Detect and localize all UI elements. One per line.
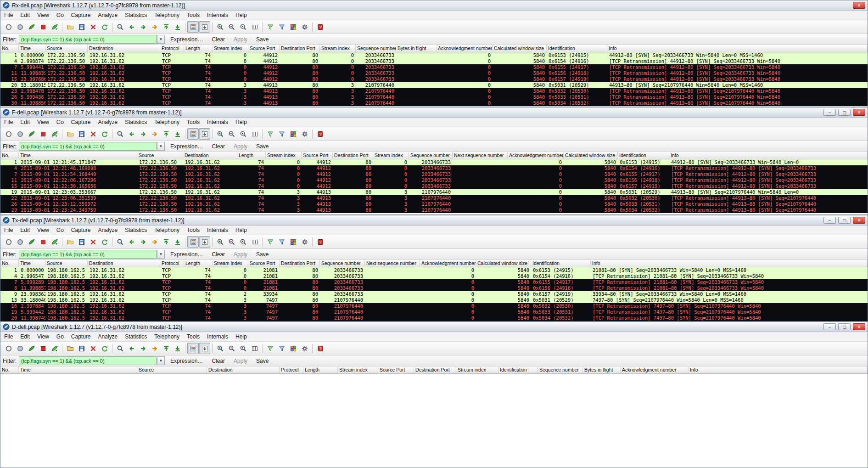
- go-top-icon[interactable]: [160, 236, 172, 248]
- open-file-icon[interactable]: [64, 128, 76, 140]
- column-header-source[interactable]: Source: [137, 152, 183, 159]
- interface-list-icon[interactable]: [3, 343, 14, 354]
- colorize-list-icon[interactable]: [187, 128, 199, 140]
- filter-clear-button[interactable]: Clear: [208, 357, 228, 365]
- packet-row[interactable]: 112015-09-01 12:22:06.167296172.22.136.5…: [0, 177, 868, 183]
- packet-row[interactable]: 192015-09-01 12:23:03.353667172.22.136.5…: [0, 189, 868, 195]
- menu-item-analyze[interactable]: Analyze: [95, 332, 122, 341]
- menu-item-statistics[interactable]: Statistics: [121, 332, 151, 341]
- zoom-in-icon[interactable]: [214, 21, 226, 33]
- capture-stop-icon[interactable]: [37, 128, 49, 140]
- menu-item-tools[interactable]: Tools: [183, 332, 203, 341]
- colorize-list-icon[interactable]: [187, 343, 199, 354]
- filter-save-button[interactable]: Save: [253, 142, 272, 151]
- column-header-length[interactable]: Length: [184, 260, 213, 267]
- maximize-button[interactable]: ▢: [838, 217, 851, 224]
- menu-item-edit[interactable]: Edit: [17, 118, 34, 127]
- filter-clear-button[interactable]: Clear: [208, 142, 228, 151]
- reload-icon[interactable]: [99, 128, 110, 140]
- column-header-destination-port[interactable]: Destination Port: [414, 367, 456, 373]
- column-header-destination-port[interactable]: Destination Port: [333, 152, 373, 159]
- menu-item-tools[interactable]: Tools: [183, 226, 203, 235]
- save-file-icon[interactable]: [76, 236, 87, 248]
- reload-icon[interactable]: [99, 343, 110, 354]
- reload-icon[interactable]: [99, 21, 110, 33]
- filter-save-button[interactable]: Save: [253, 357, 272, 365]
- capture-stop-icon[interactable]: [37, 236, 49, 248]
- close-file-icon[interactable]: [87, 21, 99, 33]
- filter-dropdown-button[interactable]: ▼: [157, 35, 165, 44]
- column-header-identification[interactable]: Identification: [547, 45, 607, 52]
- column-header-length[interactable]: Length: [184, 45, 213, 52]
- auto-scroll-icon[interactable]: [199, 21, 210, 33]
- help-icon[interactable]: ?: [314, 128, 326, 140]
- column-header-source-port[interactable]: Source Port: [302, 152, 333, 159]
- column-header-info[interactable]: Info: [669, 152, 868, 159]
- capture-stop-icon[interactable]: [37, 21, 49, 33]
- interface-list-icon[interactable]: [3, 128, 14, 140]
- close-button[interactable]: ✕: [853, 217, 865, 224]
- menu-item-file[interactable]: File: [0, 118, 17, 127]
- filter-clear-button[interactable]: Clear: [208, 35, 228, 44]
- menu-item-go[interactable]: Go: [53, 118, 67, 127]
- column-header-sequence-number[interactable]: Sequence number: [409, 152, 453, 159]
- go-top-icon[interactable]: [160, 128, 172, 140]
- go-forward-icon[interactable]: [137, 128, 149, 140]
- filter-clear-button[interactable]: Clear: [208, 250, 228, 259]
- menu-item-capture[interactable]: Capture: [67, 118, 95, 127]
- capture-filter-icon[interactable]: [264, 21, 276, 33]
- display-filter-icon[interactable]: [276, 236, 287, 248]
- save-file-icon[interactable]: [76, 343, 87, 354]
- column-header-calculated-window-size[interactable]: Calculated window size: [564, 152, 618, 159]
- open-file-icon[interactable]: [64, 236, 76, 248]
- packet-row[interactable]: 42015-09-01 12:21:48.169098172.22.136.50…: [0, 165, 868, 171]
- find-packet-icon[interactable]: [114, 236, 126, 248]
- column-header-destination[interactable]: Destination: [88, 45, 160, 52]
- go-bottom-icon[interactable]: [172, 236, 183, 248]
- menu-item-go[interactable]: Go: [53, 11, 67, 20]
- column-header-stream-index[interactable]: Stream index: [320, 45, 356, 52]
- column-header-source[interactable]: Source: [45, 45, 88, 52]
- coloring-rules-icon[interactable]: [287, 128, 299, 140]
- column-header-stream-index[interactable]: Stream index: [456, 367, 498, 373]
- packet-row[interactable]: 10.000000172.22.136.50192.16.31.62TCP740…: [0, 52, 868, 58]
- coloring-rules-icon[interactable]: [287, 343, 299, 354]
- close-button[interactable]: ✕: [853, 109, 865, 116]
- zoom-100-icon[interactable]: [237, 128, 249, 140]
- column-header-no-[interactable]: No.: [0, 45, 19, 52]
- packet-row[interactable]: 75.999289198.180.162.5192.16.31.62TCP740…: [0, 279, 868, 285]
- capture-restart-icon[interactable]: [49, 236, 60, 248]
- menu-item-go[interactable]: Go: [53, 332, 67, 341]
- resize-columns-icon[interactable]: [249, 21, 260, 33]
- menu-item-view[interactable]: View: [34, 332, 53, 341]
- go-bottom-icon[interactable]: [172, 128, 183, 140]
- filter-apply-button[interactable]: Apply: [230, 142, 251, 151]
- menu-item-edit[interactable]: Edit: [17, 11, 34, 20]
- menu-item-statistics[interactable]: Statistics: [121, 11, 151, 20]
- find-packet-icon[interactable]: [114, 343, 126, 354]
- zoom-100-icon[interactable]: [237, 236, 249, 248]
- capture-start-icon[interactable]: [26, 236, 37, 248]
- zoom-100-icon[interactable]: [237, 343, 249, 354]
- packet-row[interactable]: 811.998857198.180.162.5192.16.31.62TCP74…: [0, 285, 868, 291]
- filter-expression-button[interactable]: Expression…: [167, 250, 206, 259]
- column-header-destination[interactable]: Destination: [88, 260, 160, 267]
- menu-item-capture[interactable]: Capture: [67, 332, 95, 341]
- filter-expression-button[interactable]: Expression…: [167, 142, 206, 151]
- capture-restart-icon[interactable]: [49, 128, 60, 140]
- coloring-rules-icon[interactable]: [287, 21, 299, 33]
- column-header-source-port[interactable]: Source Port: [378, 367, 414, 373]
- packet-row[interactable]: 222015-09-01 12:23:06.351539172.22.136.5…: [0, 195, 868, 201]
- capture-start-icon[interactable]: [26, 343, 37, 354]
- filter-apply-button[interactable]: Apply: [230, 250, 251, 259]
- preferences-icon[interactable]: [299, 128, 310, 140]
- menu-item-internals[interactable]: Internals: [203, 332, 232, 341]
- column-header-sequence-number[interactable]: Sequence number: [320, 260, 365, 267]
- find-packet-icon[interactable]: [114, 128, 126, 140]
- menu-item-analyze[interactable]: Analyze: [95, 226, 122, 235]
- menu-item-analyze[interactable]: Analyze: [95, 118, 122, 127]
- go-top-icon[interactable]: [160, 343, 172, 354]
- menu-item-capture[interactable]: Capture: [67, 11, 95, 20]
- menu-item-internals[interactable]: Internals: [203, 118, 232, 127]
- zoom-out-icon[interactable]: [226, 21, 237, 33]
